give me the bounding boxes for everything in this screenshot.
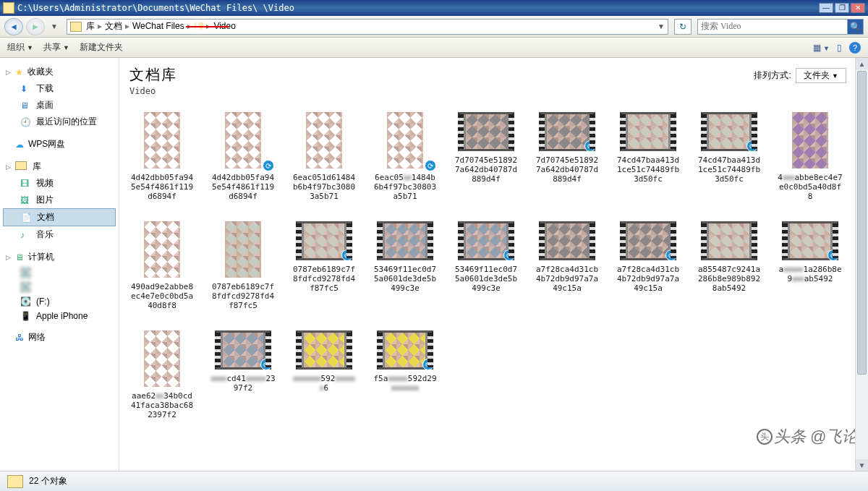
sidebar-item[interactable]: ⬇下载 <box>3 80 116 97</box>
search-input[interactable] <box>701 21 860 32</box>
window-titlebar: C:\Users\Administrator\Documents\WeChat … <box>0 0 868 16</box>
sidebar-computer[interactable]: ▷🖥计算机 <box>3 249 116 265</box>
file-name: 4d42dbb05fa945e54f4861f119d6894f <box>129 173 195 201</box>
sync-icon: ⟳ <box>665 249 677 261</box>
search-icon[interactable]: 🔍 <box>847 20 863 34</box>
breadcrumb-segment[interactable]: WeChat Files <box>132 21 184 31</box>
file-item[interactable]: ⟳7d70745e518927a642db40787d889d4f <box>535 112 600 201</box>
file-item[interactable]: 4xxxabbe8ec4e7e0c0bd5a40d8f8 <box>778 112 843 201</box>
file-name: axxxxx1a286b8e9xxxab5492 <box>778 265 843 283</box>
file-item[interactable]: 53469f11ec0d75a0601de3de5b499c3e <box>373 221 438 310</box>
file-item[interactable]: ⟳a7f28ca4d31cb4b72db9d97a7a49c15a <box>616 221 681 310</box>
watermark: 头头条 @飞论 <box>757 426 858 448</box>
file-item[interactable]: 7d70745e518927a642db40787d889d4f <box>454 112 519 201</box>
sidebar-item[interactable]: 💽(F:) <box>3 294 116 309</box>
file-name: 7d70745e518927a642db40787d889d4f <box>454 155 519 184</box>
breadcrumb-segment[interactable]: 文档 <box>105 21 122 31</box>
sidebar-item[interactable]: 💽 <box>3 265 116 280</box>
refresh-button[interactable]: ↻ <box>674 19 692 35</box>
file-name: 6eac051d61484b6b4f97bc30803a5b71 <box>292 173 357 201</box>
file-item[interactable]: ⟳4d42dbb05fa945e54f4861f119d6894f <box>210 112 276 201</box>
file-item[interactable]: ⟳0787eb6189c7f8fdfcd9278fd4f87fc5 <box>292 221 357 310</box>
maximize-button[interactable]: ❐ <box>835 3 849 13</box>
sidebar-network[interactable]: ▷🖧网络 <box>3 329 116 346</box>
scroll-down[interactable]: ▼ <box>856 459 868 471</box>
status-bar: 22 个对象 <box>0 471 868 491</box>
file-item[interactable]: ⟳f5axxxxx592d29xxxxxxx <box>373 330 438 419</box>
scroll-up[interactable]: ▲ <box>856 58 868 69</box>
folder-icon <box>7 475 23 488</box>
vertical-scrollbar[interactable]: ▲ ▼ <box>855 58 868 471</box>
scroll-thumb[interactable] <box>857 71 867 375</box>
sidebar-wps[interactable]: ▷☁WPS网盘 <box>3 136 116 153</box>
forward-button[interactable]: ► <box>26 18 45 35</box>
share-menu[interactable]: 共享 ▼ <box>43 41 69 54</box>
view-mode-button[interactable]: ▦ ▼ <box>813 43 830 53</box>
file-name: 0787eb6189c7f8fdfcd9278fd4f87fc5 <box>210 282 276 310</box>
arrange-by[interactable]: 排列方式: 文件夹 ▼ <box>754 68 846 83</box>
file-item[interactable]: 490ad9e2abbe8ec4e7e0c0bd5a40d8f8 <box>129 221 195 310</box>
sidebar-library[interactable]: ▷库 <box>3 158 116 175</box>
file-grid: 4d42dbb05fa945e54f4861f119d6894f⟳4d42dbb… <box>129 112 859 419</box>
sidebar-item[interactable]: 🖼图片 <box>3 192 116 208</box>
command-toolbar: 组织 ▼ 共享 ▼ 新建文件夹 ▦ ▼ ▯ ? <box>0 38 868 58</box>
file-item[interactable]: a7f28ca4d31cb4b72db9d97a7a49c15a <box>535 221 600 310</box>
search-box[interactable]: 🔍 <box>697 19 864 35</box>
preview-pane-button[interactable]: ▯ <box>837 43 842 53</box>
file-item[interactable]: 6eac051d61484b6b4f97bc30803a5b71 <box>292 112 357 201</box>
file-name: 53469f11ec0d75a0601de3de5b499c3e <box>373 265 438 293</box>
sidebar-item[interactable]: 📱Apple iPhone <box>3 309 116 323</box>
sidebar-favorites[interactable]: ▷★收藏夹 <box>3 64 116 80</box>
file-item[interactable]: aae62xx34b0cd41faca38bac682397f2 <box>129 330 195 419</box>
sidebar-item[interactable]: ♪音乐 <box>3 226 116 243</box>
file-name: 4d42dbb05fa945e54f4861f119d6894f <box>210 173 276 201</box>
address-dropdown[interactable]: ▼ <box>658 22 665 30</box>
file-name: 0787eb6189c7f8fdfcd9278fd4f87fc5 <box>292 265 357 293</box>
sidebar-item[interactable]: 📄文档 <box>3 208 116 226</box>
navigation-pane: ▷★收藏夹 ⬇下载🖥桌面🕘最近访问的位置 ▷☁WPS网盘 ▷库 🎞视频🖼图片📄文… <box>0 58 119 471</box>
sync-icon: ⟳ <box>263 160 274 171</box>
file-name: 4xxxabbe8ec4e7e0c0bd5a40d8f8 <box>778 173 843 201</box>
file-item[interactable]: 4d42dbb05fa945e54f4861f119d6894f <box>129 112 195 201</box>
new-folder-button[interactable]: 新建文件夹 <box>80 41 123 54</box>
window-title-path: C:\Users\Administrator\Documents\WeChat … <box>17 3 817 13</box>
file-item[interactable]: 74cd47baa413d1ce51c74489fb3d50fc <box>616 112 681 201</box>
file-item[interactable]: 0787eb6189c7f8fdfcd9278fd4f87fc5 <box>210 221 276 310</box>
sync-icon: ⟳ <box>341 249 353 261</box>
library-title: 文档库 <box>129 65 859 85</box>
minimize-button[interactable]: — <box>819 3 833 13</box>
file-item[interactable]: ⟳53469f11ec0d75a0601de3de5b499c3e <box>454 221 519 310</box>
file-name: xxxxxxx592xxxxxx6 <box>292 374 357 393</box>
file-item[interactable]: a855487c9241a286b8e989b8928ab5492 <box>697 221 762 310</box>
sidebar-item[interactable]: 💽 <box>3 280 116 294</box>
file-name: 7d70745e518927a642db40787d889d4f <box>535 155 600 184</box>
file-item[interactable]: ⟳74cd47baa413d1ce51c74489fb3d50fc <box>697 112 762 201</box>
file-name: a855487c9241a286b8e989b8928ab5492 <box>697 265 762 293</box>
close-button[interactable]: ✕ <box>851 3 865 13</box>
file-item[interactable]: ⟳6eac05xx1484b6b4f97bc30803a5b71 <box>373 112 438 201</box>
file-name: 490ad9e2abbe8ec4e7e0c0bd5a40d8f8 <box>129 282 195 310</box>
help-button[interactable]: ? <box>849 42 861 54</box>
organize-menu[interactable]: 组织 ▼ <box>7 41 33 54</box>
file-name: 74cd47baa413d1ce51c74489fb3d50fc <box>697 155 762 184</box>
library-subtitle: Video <box>129 86 859 96</box>
file-name: f5axxxxx592d29xxxxxxx <box>373 374 438 393</box>
breadcrumb-segment[interactable]: 库 <box>86 21 95 31</box>
file-item[interactable]: xxxxxxx592xxxxxx6 <box>292 330 357 419</box>
file-item[interactable]: ⟳axxxxx1a286b8e9xxxab5492 <box>778 221 843 310</box>
file-name: 6eac05xx1484b6b4f97bc30803a5b71 <box>373 173 438 201</box>
file-item[interactable]: ⟳xxxxcd41xxxxx2397f2 <box>210 330 276 419</box>
sidebar-item[interactable]: 🖥桌面 <box>3 97 116 114</box>
back-button[interactable]: ◄ <box>4 18 23 35</box>
history-dropdown[interactable]: ▼ <box>48 22 61 30</box>
address-bar[interactable]: 库▸文档▸WeChat Files▸l 9▸Video ▼ <box>67 19 668 35</box>
folder-icon <box>3 2 14 14</box>
sidebar-item[interactable]: 🎞视频 <box>3 175 116 192</box>
redaction-underline <box>186 26 229 27</box>
sidebar-item[interactable]: 🕘最近访问的位置 <box>3 114 116 130</box>
folder-icon <box>70 22 82 32</box>
sync-icon: ⟳ <box>827 249 839 261</box>
navigation-bar: ◄ ► ▼ 库▸文档▸WeChat Files▸l 9▸Video ▼ ↻ 🔍 <box>0 16 868 38</box>
status-count: 22 个对象 <box>29 475 67 487</box>
sync-icon: ⟳ <box>425 160 436 171</box>
